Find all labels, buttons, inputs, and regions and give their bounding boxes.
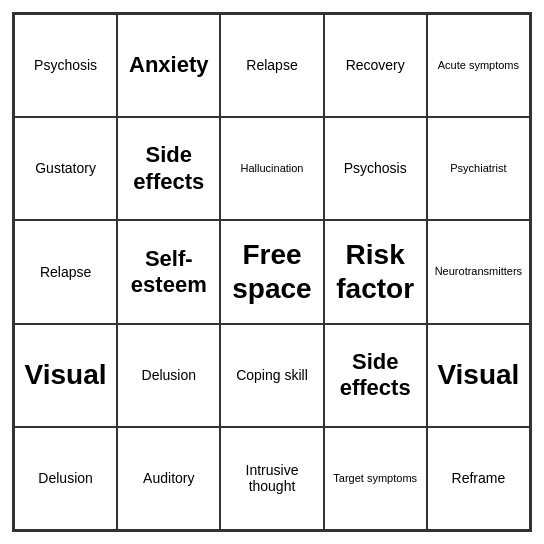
cell-label-r1c0: Gustatory	[35, 160, 96, 177]
bingo-cell-r3c2: Coping skill	[220, 324, 323, 427]
bingo-cell-r2c2: Free space	[220, 220, 323, 323]
cell-label-r4c1: Auditory	[143, 470, 194, 487]
cell-label-r4c2: Intrusive thought	[225, 462, 318, 496]
bingo-cell-r4c3: Target symptoms	[324, 427, 427, 530]
cell-label-r0c2: Relapse	[246, 57, 297, 74]
bingo-cell-r0c3: Recovery	[324, 14, 427, 117]
bingo-cell-r1c3: Psychosis	[324, 117, 427, 220]
cell-label-r4c3: Target symptoms	[333, 472, 417, 485]
cell-label-r2c2: Free space	[225, 238, 318, 305]
bingo-cell-r2c3: Risk factor	[324, 220, 427, 323]
bingo-cell-r3c3: Side effects	[324, 324, 427, 427]
cell-label-r2c4: Neurotransmitters	[435, 265, 522, 278]
bingo-cell-r2c4: Neurotransmitters	[427, 220, 530, 323]
bingo-cell-r0c0: Psychosis	[14, 14, 117, 117]
cell-label-r4c4: Reframe	[452, 470, 506, 487]
bingo-cell-r0c1: Anxiety	[117, 14, 220, 117]
bingo-cell-r0c4: Acute symptoms	[427, 14, 530, 117]
bingo-board: PsychosisAnxietyRelapseRecoveryAcute sym…	[12, 12, 532, 532]
bingo-cell-r0c2: Relapse	[220, 14, 323, 117]
cell-label-r3c2: Coping skill	[236, 367, 308, 384]
cell-label-r3c1: Delusion	[142, 367, 196, 384]
bingo-cell-r1c2: Hallucination	[220, 117, 323, 220]
cell-label-r2c0: Relapse	[40, 264, 91, 281]
bingo-cell-r4c0: Delusion	[14, 427, 117, 530]
bingo-cell-r1c4: Psychiatrist	[427, 117, 530, 220]
cell-label-r1c4: Psychiatrist	[450, 162, 506, 175]
cell-label-r1c3: Psychosis	[344, 160, 407, 177]
bingo-cell-r4c2: Intrusive thought	[220, 427, 323, 530]
cell-label-r1c1: Side effects	[122, 142, 215, 195]
cell-label-r1c2: Hallucination	[241, 162, 304, 175]
bingo-cell-r3c0: Visual	[14, 324, 117, 427]
bingo-cell-r2c1: Self-esteem	[117, 220, 220, 323]
bingo-cell-r2c0: Relapse	[14, 220, 117, 323]
cell-label-r3c4: Visual	[437, 358, 519, 392]
cell-label-r3c0: Visual	[25, 358, 107, 392]
cell-label-r2c1: Self-esteem	[122, 246, 215, 299]
cell-label-r3c3: Side effects	[329, 349, 422, 402]
bingo-cell-r4c4: Reframe	[427, 427, 530, 530]
cell-label-r4c0: Delusion	[38, 470, 92, 487]
bingo-cell-r1c1: Side effects	[117, 117, 220, 220]
cell-label-r2c3: Risk factor	[329, 238, 422, 305]
cell-label-r0c3: Recovery	[346, 57, 405, 74]
bingo-cell-r1c0: Gustatory	[14, 117, 117, 220]
bingo-cell-r3c4: Visual	[427, 324, 530, 427]
cell-label-r0c0: Psychosis	[34, 57, 97, 74]
bingo-cell-r3c1: Delusion	[117, 324, 220, 427]
cell-label-r0c1: Anxiety	[129, 52, 208, 78]
cell-label-r0c4: Acute symptoms	[438, 59, 519, 72]
bingo-cell-r4c1: Auditory	[117, 427, 220, 530]
